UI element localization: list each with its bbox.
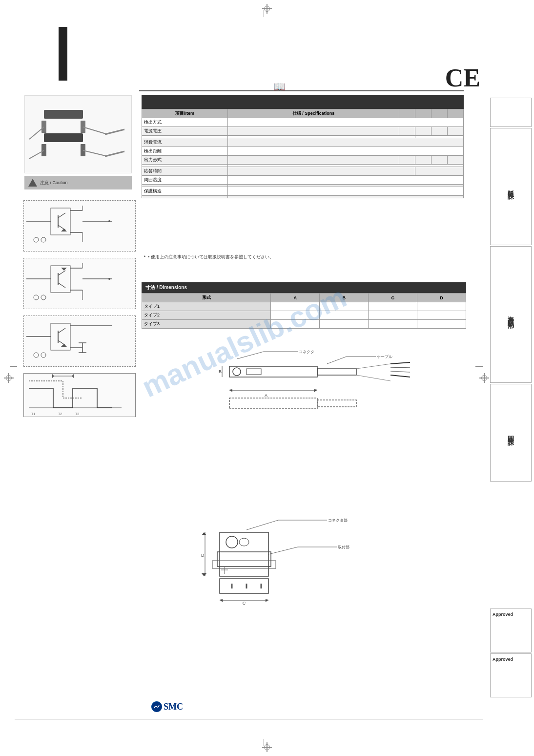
black-bar-decoration (59, 27, 67, 81)
svg-line-4 (83, 127, 107, 134)
row-value (431, 156, 447, 165)
svg-marker-68 (72, 374, 74, 378)
smc-logo: SMC (151, 701, 183, 712)
svg-marker-49 (61, 344, 67, 347)
svg-marker-116 (202, 532, 206, 535)
svg-line-11 (105, 151, 124, 156)
row-value (228, 187, 464, 196)
dim-a (271, 311, 320, 320)
row-value (415, 127, 431, 136)
svg-marker-67 (52, 374, 54, 378)
page: CE 📖 項目/Item 仕様 / Specifications (0, 0, 534, 756)
table-row: 電源電圧 (142, 127, 464, 136)
sensor-diagram (29, 100, 127, 168)
svg-rect-0 (44, 110, 83, 119)
svg-point-38 (34, 295, 39, 300)
corner-tr (514, 10, 524, 20)
dim-b (320, 320, 369, 329)
dimension-drawing-1: A B コネクタ ケーブル (142, 342, 466, 413)
circuit-npn (23, 200, 136, 252)
svg-line-3 (29, 127, 44, 139)
dim-a (271, 320, 320, 329)
spec-col-header-2: 仕様 / Specifications (228, 109, 399, 118)
row-item: 消費電流 (142, 138, 228, 147)
svg-line-105 (246, 520, 278, 530)
approved-box-2: Approved (490, 653, 532, 697)
warning-section: 注意 / Caution (24, 176, 132, 189)
dim-svg-2: コネクタ部 取付部 C D (142, 503, 466, 606)
top-tick-mid (264, 10, 264, 17)
circuit-pnp (23, 258, 136, 309)
approved-section: Approved Approved (490, 609, 532, 697)
smc-logo-icon (151, 701, 162, 712)
row-value (447, 156, 463, 165)
svg-line-78 (390, 362, 410, 364)
svg-line-36 (58, 283, 65, 288)
table-row: 応答時間 (142, 167, 464, 176)
svg-text:A: A (265, 393, 267, 398)
row-item: 電源電圧 (142, 127, 228, 136)
row-item (142, 196, 228, 198)
dim-d (417, 302, 466, 311)
corner-bl (10, 736, 20, 746)
circuit-npn-2wire-diagram (24, 316, 131, 365)
approved-label-2: Approved (493, 657, 529, 662)
row-value (228, 147, 464, 156)
sidebar-box-kaigai: 海外販売部 (490, 246, 532, 383)
bottom-tick-mid (264, 739, 264, 746)
svg-rect-6 (41, 144, 46, 156)
table-row: タイプ2 (142, 311, 466, 320)
row-value (228, 176, 464, 185)
svg-marker-37 (61, 268, 67, 271)
table-row: タイプ3 (142, 320, 466, 329)
svg-text:T1: T1 (31, 412, 35, 415)
footer-separator (15, 719, 483, 719)
dim-d (417, 311, 466, 320)
sidebar-label-kaihatsu: 開発課 (507, 431, 515, 435)
svg-rect-99 (217, 552, 271, 567)
row-value (399, 156, 415, 165)
right-tick-mid (475, 366, 483, 367)
row-item: 保護構造 (142, 187, 228, 196)
waveform-svg: T1 T2 T3 (24, 374, 131, 415)
circuit-pnp-diagram (24, 258, 131, 307)
svg-line-76 (356, 364, 390, 369)
dimension-drawing-2: コネクタ部 取付部 C D (142, 503, 466, 606)
row-item: 周囲温度 (142, 176, 228, 185)
circuit-npn-2wire (23, 315, 136, 367)
dim-c (369, 311, 417, 320)
row-value (431, 127, 447, 136)
order-col-3: B (320, 294, 369, 302)
row-value (447, 127, 463, 136)
warning-text: 注意 / Caution (40, 180, 68, 186)
bullet-symbol: • (144, 254, 145, 260)
svg-rect-12 (51, 208, 70, 235)
svg-point-23 (34, 237, 39, 242)
svg-line-77 (356, 375, 390, 381)
row-value (228, 118, 464, 127)
row-item: 検出方式 (142, 118, 228, 127)
type-label: タイプ3 (142, 320, 271, 329)
row-value (228, 138, 464, 147)
svg-text:コネクタ部: コネクタ部 (328, 518, 348, 523)
smc-logo-circle (151, 701, 162, 712)
ce-mark: CE (445, 63, 480, 92)
svg-text:B: B (219, 369, 222, 374)
spec-col-header-3 (399, 109, 415, 118)
order-col-2: A (271, 294, 320, 302)
svg-point-97 (226, 536, 238, 548)
sidebar-box-hanbai: 販促課 (490, 128, 532, 245)
spec-table-section: 項目/Item 仕様 / Specifications 検出方式 電源電圧 (142, 95, 464, 198)
row-item: 出力形式 (142, 156, 228, 165)
svg-rect-100 (212, 561, 276, 568)
order-col-1: 形式 (142, 294, 271, 302)
row-item: 応答時間 (142, 167, 228, 176)
svg-rect-5 (44, 133, 83, 142)
dim-c (369, 320, 417, 329)
svg-text:T2: T2 (58, 412, 62, 415)
dim-c (369, 302, 417, 311)
svg-line-47 (58, 328, 65, 333)
spec-col-header-5 (431, 109, 447, 118)
svg-point-24 (41, 237, 46, 242)
svg-rect-42 (51, 323, 70, 350)
